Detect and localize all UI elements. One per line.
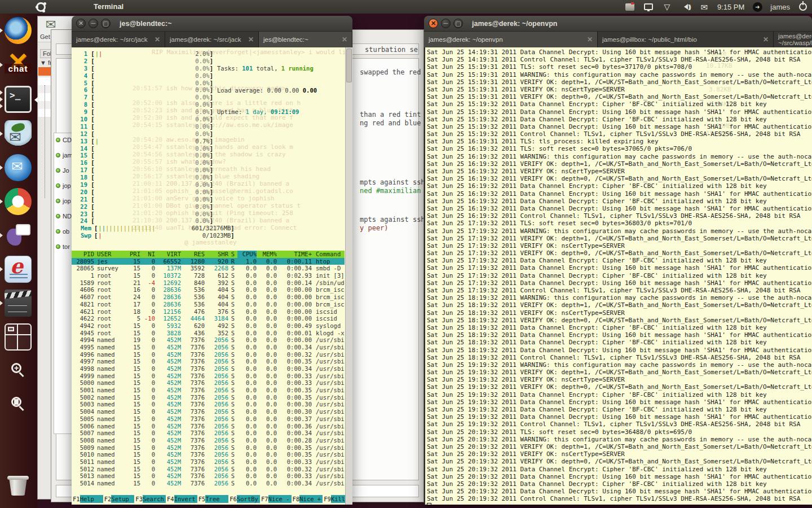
col-header-command[interactable]: Command (312, 251, 345, 258)
fkey-f2[interactable]: F2Setup (103, 495, 135, 503)
nick-item[interactable]: CD (56, 137, 72, 143)
fkey-f5[interactable]: F5Tree (197, 495, 229, 503)
tab-close-icon[interactable]: ✕ (342, 36, 347, 43)
process-row[interactable]: 5001named150452M73762056S0.00.00:00.35/u… (72, 387, 345, 394)
process-row[interactable]: 5005named150452M73762056S0.00.00:00.37/u… (72, 415, 345, 423)
launcher-item-trash[interactable] (5, 472, 33, 500)
launcher-item-thunderbird[interactable] (5, 154, 33, 182)
maximize-icon[interactable]: ▢ (453, 19, 463, 28)
network-wifi-icon[interactable]: ▽ (661, 2, 673, 12)
launcher-item-firefox[interactable] (5, 17, 33, 45)
launcher-item-workspace-switcher[interactable] (5, 323, 33, 352)
col-header-mem[interactable]: MEM% (257, 251, 277, 258)
nick-item[interactable]: tor (56, 243, 70, 250)
user-name[interactable]: james (770, 3, 790, 11)
tab-close-icon[interactable]: ✕ (248, 36, 254, 43)
launcher-item-video-editor[interactable] (5, 290, 33, 318)
process-row[interactable]: 4945root1503828436352S0.00.00:00.01klogd… (72, 330, 345, 337)
minimize-icon[interactable]: ─ (441, 19, 451, 28)
clock[interactable]: 9:15 PM (717, 3, 744, 11)
htop-screen[interactable]: RIP Maximilian_NeverForget|<jamesstanley… (72, 47, 352, 505)
process-row[interactable]: 5004named150452M73762056S0.00.00:00.30/u… (72, 408, 345, 415)
ubuntu-logo-icon[interactable] (30, 1, 51, 13)
minimize-icon[interactable]: ─ (89, 19, 98, 28)
process-row[interactable]: 4999named150452M73762056S0.00.00:00.33/u… (72, 373, 345, 380)
col-header-pri[interactable]: PRI (126, 251, 140, 258)
process-row[interactable]: 5014named150452M73762056S0.00.00:00.34/u… (72, 480, 345, 487)
launcher-item-chrome[interactable] (5, 188, 33, 216)
power-icon[interactable] (797, 2, 809, 12)
col-header-cpu[interactable]: CPU% (237, 251, 257, 258)
process-row[interactable]: 5013named150452M73762056S0.00.00:00.33/u… (72, 472, 345, 480)
tab-close-icon[interactable]: ✕ (587, 36, 593, 43)
vpn-screen[interactable]: Size10.17KB23/06/11 10:253.82KB1.84KB1.3… (424, 47, 812, 505)
tab-1[interactable]: james@derek: ~/openvpn✕ (424, 32, 598, 47)
fkey-f1[interactable]: F1Help (72, 495, 103, 503)
process-row[interactable]: 4996named150452M73762056S0.00.00:00.32/u… (72, 351, 345, 358)
process-row[interactable]: 4821root17028636536404S0.00.00:00.00brcm… (72, 301, 345, 308)
nick-item[interactable]: jam (56, 152, 73, 159)
process-row[interactable]: 28095jes150665521280920R1.00.00:00.11hto… (72, 258, 345, 265)
mail-envelope-icon[interactable]: ✉ (699, 2, 710, 12)
htop-titlebar[interactable]: ✕ ─ ▢ jes@blendtec:~ (72, 16, 352, 32)
process-row[interactable]: 1root15010372728612S0.00.00:02.93init [3… (72, 272, 345, 279)
col-header-res[interactable]: RES (181, 251, 205, 258)
process-row[interactable]: 4998named150452M73762056S0.00.00:00.34/u… (72, 365, 345, 373)
process-row[interactable]: 4607root24028636536404S0.00.00:00.00brcm… (72, 294, 345, 301)
col-header-s[interactable]: S (228, 251, 237, 258)
tray-app-icon[interactable] (624, 2, 636, 12)
close-icon[interactable]: ✕ (76, 19, 86, 28)
process-row[interactable]: 4942root1505932620492S0.00.00:00.49syslo… (72, 322, 345, 330)
col-header-shr[interactable]: SHR (205, 251, 228, 258)
col-header-time[interactable]: TIME+ (277, 251, 312, 258)
launcher-item-red-e-app[interactable]: e (5, 256, 33, 284)
process-row[interactable]: 5006named150452M73762056S0.00.00:00.36/u… (72, 423, 345, 430)
process-row[interactable]: 4995named150452M73762056S0.00.00:00.34/u… (72, 344, 345, 351)
session-user-icon[interactable]: ➜ (752, 2, 763, 12)
col-header-pid[interactable]: PID (72, 251, 94, 258)
app-menu-title[interactable]: Terminal (89, 0, 128, 14)
process-row[interactable]: 5000named150452M73762056S0.00.00:00.33/u… (72, 379, 345, 387)
fkey-f8[interactable]: F8Nice + (292, 495, 323, 503)
htop-scrollbar[interactable] (345, 47, 352, 505)
process-row[interactable]: 5009named150452M73762056S0.00.00:00.35/u… (72, 444, 345, 452)
process-row[interactable]: 5012named150452M73762056S0.00.00:00.32/u… (72, 466, 345, 473)
process-row[interactable]: 4997named150452M73762056S0.00.00:00.35/u… (72, 358, 345, 365)
process-row[interactable]: 4994named190452M73762056S0.00.00:00.00/u… (72, 336, 345, 344)
nick-item[interactable]: jop (56, 182, 71, 189)
process-row[interactable]: 1589root21-412692840392S0.00.00:00.14/sb… (72, 279, 345, 287)
nick-item[interactable]: ND (56, 213, 72, 220)
launcher-item-files-lens[interactable] (5, 391, 33, 419)
nick-item[interactable]: Jo (56, 167, 69, 174)
launcher-item-xchat[interactable]: ✕chat (5, 51, 33, 80)
process-row[interactable]: 28065survey150137M35922268S0.00.00:00.34… (72, 265, 345, 272)
fkey-f4[interactable]: F4Invert (166, 495, 197, 503)
maximize-icon[interactable]: ▢ (101, 19, 111, 28)
nick-item[interactable]: ob (56, 228, 69, 235)
display-icon[interactable] (643, 2, 654, 12)
close-icon[interactable]: ✕ (429, 19, 438, 28)
col-header-user[interactable]: USER (94, 251, 126, 258)
launcher-item-applications-lens[interactable]: + (5, 357, 33, 386)
tab-close-icon[interactable]: ✕ (155, 36, 160, 43)
launcher-item-claws-mail[interactable] (5, 120, 33, 148)
process-row[interactable]: 5008named150452M73762056S0.00.00:00.28/u… (72, 437, 345, 444)
col-header-virt[interactable]: VIRT (155, 251, 181, 258)
process-row[interactable]: 5007named150452M73762056S0.00.00:00.34/u… (72, 430, 345, 437)
process-row[interactable]: 5011named150452M73762056S0.00.00:00.33/u… (72, 458, 345, 466)
table-header-row[interactable]: PIDUSERPRINIVIRTRESSHRSCPU%MEM%TIME+Comm… (72, 251, 345, 258)
vpn-titlebar[interactable]: ✕ ─ ▢ james@derek: ~/openvpn (424, 16, 812, 32)
process-row[interactable]: 4606root16028636536404S0.00.00:00.00brcm… (72, 286, 345, 294)
process-row[interactable]: 4622root5-101265244643184S0.00.00:00.00i… (72, 315, 345, 322)
tab-3[interactable]: james@derek: ~/src/wasp/b (774, 32, 812, 47)
process-row[interactable]: 5010named150452M73762056S0.00.00:00.35/u… (72, 451, 345, 458)
fkey-f6[interactable]: F6SortBy (228, 495, 260, 503)
fkey-f7[interactable]: F7Nice - (260, 495, 292, 503)
tab-3[interactable]: jes@blendtec:~✕ (259, 32, 352, 47)
process-row[interactable]: 5003named150452M73762056S0.00.00:00.30/u… (72, 401, 345, 408)
launcher-item-pidgin[interactable] (5, 222, 33, 250)
process-row[interactable]: 4621root18012156476376S0.00.00:00.00iscs… (72, 308, 345, 316)
nick-item[interactable]: jop (56, 198, 71, 204)
tab-close-icon[interactable]: ✕ (763, 36, 769, 43)
process-row[interactable]: 5002named150452M73762056S0.00.00:00.35/u… (72, 394, 345, 401)
